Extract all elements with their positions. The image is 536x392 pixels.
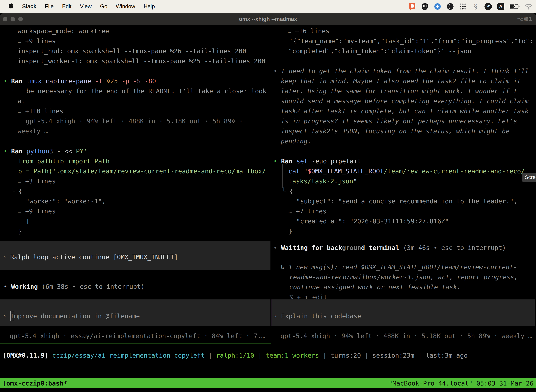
terminal-text: "completed","claim_token":"claim-token"}… [288, 47, 471, 55]
terminal-text: -S [133, 77, 144, 85]
terminal-text: later. Using the same for transition mig… [281, 88, 517, 95]
terminal-text: " [353, 177, 357, 185]
terminal-text: be necessary for the end of the README. … [15, 88, 266, 95]
terminal-text: (6m 38s • esc to interrupt) [42, 283, 144, 290]
terminal-text: • [4, 77, 11, 85]
terminal-line: weekly … [18, 126, 48, 136]
terminal-text: tmux [26, 77, 45, 85]
terminal-line: readme-and-reco/mailbox/worker-1.json, a… [289, 272, 518, 282]
terminal-text: I need to get the claim token from the c… [281, 67, 529, 75]
terminal-content[interactable]: workspace_mode: worktree… +9 linesinspec… [0, 25, 536, 392]
pane-border-bottom-right [271, 344, 535, 344]
pane-divider[interactable] [271, 25, 271, 344]
terminal-text: from pathlib import Path [18, 158, 110, 165]
terminal-line: keep that in mind. Maybe I also need the… [281, 76, 521, 86]
terminal-text: | [319, 352, 330, 359]
terminal-line: tasks/task-2.json" [288, 176, 357, 186]
terminal-text: -euo pipefail [312, 158, 361, 165]
terminal-text: '{"team_name":"my-team","task_id":"1","f… [289, 37, 533, 45]
terminal-text: p = Path('.omx/state/team/review-current… [18, 168, 266, 175]
terminal-text: " [304, 168, 308, 175]
menu-item-view[interactable]: View [80, 3, 92, 10]
terminal-line: • Ran set -euo pipefail [273, 156, 361, 166]
menu-item-file[interactable]: File [45, 3, 54, 10]
waiting-status-line: • Waiting for background terminal (3m 46… [273, 243, 506, 253]
menu-item-help[interactable]: Help [144, 3, 155, 10]
terminal-text: Ran [11, 77, 26, 85]
terminal-text: | [205, 352, 216, 359]
terminal-line: "worker": "worker-1", [26, 196, 106, 206]
prompt-placeholder-right: › Explain this codebase [273, 311, 361, 321]
tmux-host-clock-label: "MacBook-Pro-44.local" 05:03 31-Mar-26 [389, 380, 534, 387]
battery-charging-icon[interactable] [510, 3, 520, 10]
terminal-text: … [287, 27, 295, 35]
badge-count-icon[interactable]: ..61 [484, 3, 492, 10]
terminal-line: is in progress? It seems likely but perh… [281, 116, 517, 126]
window-title: omx --xhigh --madmax [0, 16, 536, 22]
terminal-text: inspect_hud: omx sparkshell --tmux-pane … [18, 47, 246, 55]
window-title-bar[interactable]: omx --xhigh --madmax ⌥⌘1 [0, 13, 536, 25]
terminal-text: should send a message before completing … [281, 98, 529, 105]
terminal-line: at [18, 96, 25, 106]
terminal-text: %25 [106, 77, 122, 85]
terminal-text: python3 [26, 148, 57, 155]
terminal-text: └ [11, 187, 19, 195]
terminal-text: Working [11, 283, 42, 290]
menu-item-edit[interactable]: Edit [62, 3, 72, 10]
security-grid-icon[interactable] [421, 3, 429, 10]
menu-item-window[interactable]: Window [116, 3, 135, 10]
terminal-text: continue assigned work or next feasible … [289, 284, 461, 291]
terminal-text: keep that in mind. Maybe I also need the… [281, 77, 521, 85]
terminal-line: later. Using the same for transition mig… [281, 86, 517, 96]
terminal-text: /team/review-current-readme-and-reco/ [384, 168, 525, 175]
terminal-line: … +9 lines [18, 206, 56, 216]
terminal-text: groun [342, 244, 361, 251]
terminal-line: ] [26, 216, 29, 226]
terminal-line: "subject": "send a concise recommendatio… [296, 196, 517, 206]
terminal-text: ] [26, 218, 29, 225]
terminal-text: inspect task2's JSON, focusing on the st… [281, 127, 509, 135]
terminal-line: • Ran tmux capture-pane -t %25 -p -S -80 [4, 76, 156, 86]
terminal-text: … [18, 177, 25, 185]
terminal-text: $ [307, 168, 311, 175]
terminal-line: … +110 lines [18, 106, 63, 116]
menu-app-name[interactable]: Slack [22, 3, 36, 10]
terminal-line: continue assigned work or next feasible … [289, 282, 461, 292]
terminal-text: +9 lines [25, 208, 56, 215]
terminal-text: … [18, 208, 25, 215]
dots-grid-icon[interactable] [459, 3, 467, 10]
terminal-text: • [273, 158, 281, 165]
input-source-icon[interactable]: A [497, 3, 505, 10]
terminal-text: ⌥ + ↑ edit [289, 294, 327, 301]
chat-app-icon[interactable] [408, 3, 416, 10]
terminal-text: tasks/task-2.json [288, 177, 353, 185]
terminal-text: gpt-5.4 xhigh · 94% left · 488K in · 5.1… [281, 332, 532, 340]
terminal-text: << [65, 148, 72, 155]
badge-count-label: ..61 [484, 3, 492, 10]
terminal-line: from pathlib import Path [18, 156, 110, 166]
terminal-line: … +9 lines [18, 36, 56, 46]
terminal-line: workspace_mode: worktree [18, 26, 109, 36]
tmux-session-label[interactable]: [omx-cczip0:bash* [2, 380, 67, 387]
crescent-app-icon[interactable] [446, 3, 454, 10]
menu-item-go[interactable]: Go [100, 3, 107, 10]
terminal-text: gpt-5.4 xhigh · 94% left · 488K in · 5.1… [26, 117, 243, 125]
terminal-line: • I need to get the claim token from the… [273, 66, 529, 76]
terminal-line: pending. [281, 136, 311, 146]
squiggle-icon[interactable]: § [472, 3, 479, 10]
terminal-line: "created_at": "2026-03-31T11:59:27.816Z" [296, 216, 449, 226]
wifi-icon[interactable] [525, 3, 532, 10]
terminal-line: • Ran python3 - <<'PY' [4, 146, 87, 156]
apple-menu-icon[interactable] [8, 2, 14, 10]
terminal-text: inspect_worker-1: omx sparkshell --tmux-… [18, 57, 265, 65]
terminal-text: "subject": "send a concise recommendatio… [296, 198, 517, 205]
tmux-status-bar: [omx-cczip0:bash* "MacBook-Pro-44.local"… [0, 378, 536, 388]
network-bolt-icon[interactable] [434, 3, 441, 10]
terminal-text: at [18, 98, 25, 105]
terminal-text: +3 lines [25, 177, 56, 185]
terminal-text: mprove documentation in @filename [14, 313, 140, 320]
terminal-text: (3m 46s • esc to interrupt) [403, 244, 506, 251]
terminal-line: inspect task2's JSON, focusing on the st… [281, 126, 509, 136]
terminal-line: … +3 lines [18, 176, 56, 186]
terminal-text: ↳ [281, 263, 288, 271]
